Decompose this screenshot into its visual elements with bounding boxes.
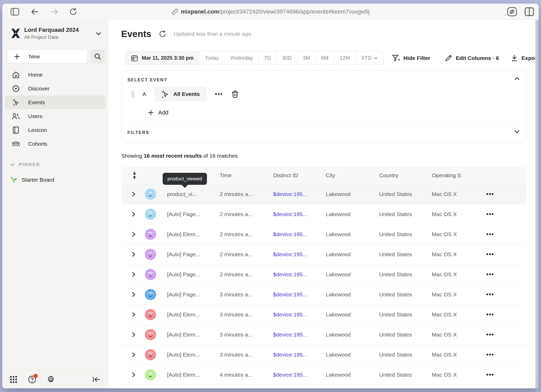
sidebar-item-home[interactable]: Home (5, 68, 106, 82)
split-view-icon[interactable] (524, 7, 534, 16)
settings-gear-icon[interactable] (47, 375, 55, 384)
sidebar-item-cohorts[interactable]: Cohorts (5, 137, 106, 151)
expand-row-icon[interactable] (132, 372, 135, 377)
pencil-icon (445, 54, 452, 62)
os: Mac OS X (432, 332, 457, 338)
scrollbar[interactable] (535, 20, 539, 388)
drag-handle-icon[interactable] (131, 90, 135, 98)
date-picker-button[interactable]: Mar 11, 2025 3:30 pm (125, 51, 199, 65)
row-menu-button[interactable]: ••• (486, 231, 494, 238)
apps-grid-icon[interactable] (10, 376, 17, 383)
delete-event-icon[interactable] (231, 90, 239, 98)
hide-filter-button[interactable]: Hide Filter (392, 51, 430, 65)
date-range-7d[interactable]: 7D (259, 51, 276, 65)
row-menu-button[interactable]: ••• (486, 371, 494, 378)
date-range-yesterday[interactable]: Yesterday (224, 51, 258, 65)
column-header-time[interactable]: Time (220, 172, 232, 179)
date-range-6m[interactable]: 6M (316, 51, 334, 65)
expand-row-icon[interactable] (132, 312, 135, 317)
event-name[interactable]: [Auto] Page... (167, 251, 200, 258)
event-name[interactable]: [Auto] Elem... (167, 332, 200, 338)
events-table: TimeDistinct IDCityCountryOperating S pr… (121, 167, 526, 388)
distinct-id[interactable]: $device:195... (273, 352, 307, 358)
add-event-button[interactable]: Add (148, 109, 168, 116)
browser-toolbar: mixpanel.com/project/3472420/view/397469… (2, 4, 539, 20)
os: Mac OS X (432, 231, 457, 237)
event-name[interactable]: [Auto] Elem... (167, 231, 200, 237)
expand-row-icon[interactable] (132, 212, 135, 217)
row-menu-button[interactable]: ••• (486, 291, 494, 298)
expand-row-icon[interactable] (132, 192, 135, 197)
new-button[interactable]: New (7, 50, 87, 63)
help-button[interactable] (28, 375, 36, 384)
collapse-section-icon[interactable] (514, 77, 520, 80)
os: Mac OS X (432, 251, 457, 258)
distinct-id[interactable]: $device:195... (273, 372, 307, 378)
expand-row-icon[interactable] (132, 272, 135, 277)
row-menu-button[interactable]: ••• (486, 311, 494, 318)
project-switcher[interactable]: Lord Farquaad 2024 All Project Data (2, 26, 108, 46)
date-range-xtd[interactable]: XTD (355, 51, 383, 65)
event-name[interactable]: [Auto] Page... (167, 271, 200, 278)
row-menu-button[interactable]: ••• (486, 211, 494, 218)
event-name[interactable]: [Auto] Elem... (167, 352, 200, 358)
search-button[interactable] (90, 50, 105, 63)
events-icon (12, 99, 20, 106)
expand-row-icon[interactable] (132, 292, 135, 297)
hide-filter-label: Hide Filter (403, 55, 430, 61)
pinned-section-header[interactable]: PINNED (10, 162, 40, 167)
collapse-sidebar-icon[interactable] (92, 376, 101, 383)
calendar-icon (131, 54, 138, 62)
event-name[interactable]: [Auto] Elem... (167, 372, 200, 378)
event-name[interactable]: [Auto] Page... (167, 211, 200, 217)
event-name[interactable]: [Auto] Page... (167, 291, 200, 298)
event-more-button[interactable]: ••• (213, 90, 225, 98)
event-name[interactable]: product_vi... (167, 191, 197, 197)
time: 2 minutes a... (220, 271, 253, 278)
distinct-id[interactable]: $device:195... (273, 231, 307, 237)
date-range-12m[interactable]: 12M (334, 51, 355, 65)
sidebar-item-starter-board[interactable]: Starter Board (10, 176, 54, 183)
project-subtitle: All Project Data (24, 34, 58, 40)
row-menu-button[interactable]: ••• (486, 331, 494, 338)
distinct-id[interactable]: $device:195... (273, 271, 307, 278)
column-header-operating-s[interactable]: Operating S (432, 172, 461, 179)
distinct-id[interactable]: $device:195... (273, 332, 307, 338)
event-selector-chip[interactable]: All Events (154, 87, 207, 101)
export-button[interactable]: Export (511, 51, 539, 65)
country: United States (379, 231, 412, 237)
sidebar-item-users[interactable]: Users (5, 109, 106, 123)
row-menu-button[interactable]: ••• (486, 251, 494, 258)
refresh-results-icon[interactable] (159, 30, 167, 38)
url-bar[interactable]: mixpanel.com/project/3472420/view/397469… (2, 4, 539, 20)
sidebar-item-lexicon[interactable]: Lexicon (5, 123, 106, 137)
expand-filters-icon[interactable] (514, 130, 520, 133)
expand-row-icon[interactable] (132, 232, 135, 237)
url-path: /project/3472420/view/3974696/app/events… (219, 8, 370, 15)
row-menu-button[interactable]: ••• (486, 191, 494, 198)
row-menu-button[interactable]: ••• (486, 271, 494, 278)
distinct-id[interactable]: $device:195... (273, 291, 307, 298)
row-menu-button[interactable]: ••• (486, 351, 494, 358)
table-row: [Auto] Page...2 minutes a...$device:195.… (121, 204, 526, 224)
distinct-id[interactable]: $device:195... (273, 211, 307, 217)
expand-row-icon[interactable] (132, 332, 135, 337)
column-header-country[interactable]: Country (379, 172, 398, 179)
distinct-id[interactable]: $device:195... (273, 191, 307, 197)
date-range-3m[interactable]: 3M (297, 51, 316, 65)
expand-row-icon[interactable] (132, 252, 135, 257)
distinct-id[interactable]: $device:195... (273, 311, 307, 318)
pinned-item-label: Starter Board (22, 177, 54, 183)
date-range-today[interactable]: Today (199, 51, 224, 65)
column-header-distinct-id[interactable]: Distinct ID (273, 172, 298, 179)
expand-row-icon[interactable] (132, 352, 135, 357)
sidebar-item-discover[interactable]: Discover (5, 82, 106, 95)
edit-columns-button[interactable]: Edit Columns · 6 (445, 51, 499, 65)
distinct-id[interactable]: $device:195... (273, 251, 307, 258)
sidebar-item-events[interactable]: Events (5, 95, 106, 109)
event-name[interactable]: [Auto] Elem... (167, 311, 200, 318)
date-range-30d[interactable]: 30D (276, 51, 297, 65)
collapse-all-rows-icon[interactable] (132, 171, 137, 180)
page-settings-icon[interactable] (507, 7, 517, 17)
column-header-city[interactable]: City (326, 172, 335, 179)
